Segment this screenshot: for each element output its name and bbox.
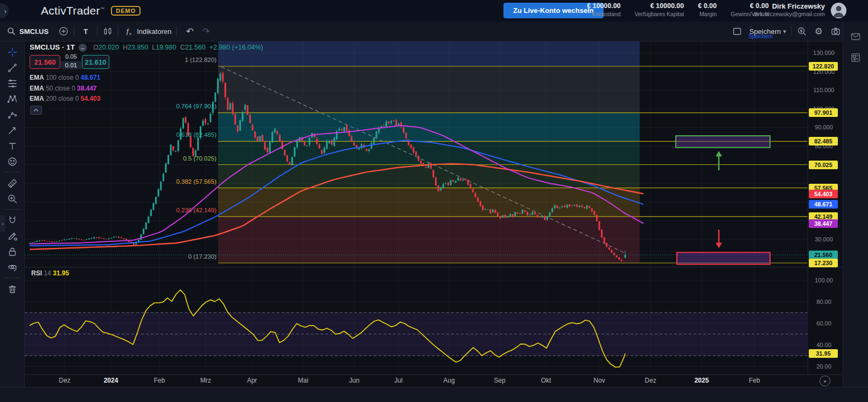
xabcd-pattern-icon [7, 94, 18, 105]
timeframe-button[interactable]: T [79, 27, 92, 36]
indicators-button[interactable]: ƒ x Indikatoren [123, 26, 171, 37]
fib-level-label: 0.618 (82.485) [146, 131, 216, 138]
quick-search-icon[interactable] [796, 26, 807, 37]
rsi-tick-label: 40.00 [809, 342, 839, 348]
divider [97, 26, 97, 37]
account-stat: € 10000.00Verfügbares Kapital [635, 2, 684, 17]
tool-ruler[interactable] [3, 175, 22, 191]
divider [4, 172, 20, 172]
plus-circle-icon [58, 26, 69, 37]
time-tick-label: Nov [593, 377, 605, 384]
gear-icon[interactable]: ⚙ [815, 26, 823, 37]
ema-legend-row[interactable]: EMA 200 close 0 54.403 [30, 95, 100, 102]
undo-button[interactable]: ↶ [181, 26, 198, 37]
price-badge: 54.403 [809, 190, 838, 198]
tool-trendline[interactable] [3, 60, 22, 75]
bottom-bar [0, 387, 868, 402]
user-name: Dirk Friczewsky [753, 2, 825, 10]
tool-forecast[interactable] [3, 107, 22, 122]
svg-text:x: x [129, 31, 131, 36]
go-to-realtime-button[interactable]: » [820, 376, 830, 386]
ohlc-values: O20.020H23.850L19.980C21.560+2.980 (+16.… [93, 44, 263, 51]
symbol-search[interactable]: SMCI.US [6, 26, 48, 36]
avatar[interactable] [831, 3, 846, 18]
drawing-tools-sidebar [0, 41, 25, 387]
symbol-name: SMCI.US [19, 27, 48, 36]
mail-icon[interactable] [850, 31, 862, 42]
tool-zoom-in[interactable] [3, 191, 22, 206]
double-chevron-icon: » [823, 378, 827, 385]
buy-button[interactable]: 21.610 [82, 55, 109, 69]
news-icon[interactable] [850, 52, 862, 64]
fib-level-label: 0 (17.230) [146, 253, 216, 260]
fib-level-label: 0.764 (97.901) [146, 103, 216, 109]
collapse-symbol-icon[interactable]: – [79, 44, 87, 52]
chevron-right-icon: › [4, 7, 6, 15]
divider [4, 209, 20, 210]
save-tooltip: Speichern [748, 33, 773, 39]
tool-draw-lock[interactable] [3, 228, 22, 244]
time-tick-label: Dez [59, 377, 70, 384]
time-tick-label: Mai [298, 377, 308, 384]
tool-arrow-marker[interactable] [3, 122, 22, 138]
rsi-badge: 31.95 [809, 349, 838, 358]
rsi-legend: RSI 14 31.95 [31, 269, 69, 277]
account-stats: € 10000.00Kontostand€ 10000.00Verfügbare… [587, 2, 769, 17]
rsi-tick-label: 20.00 [809, 363, 839, 370]
arrow-marker-icon [7, 125, 18, 136]
app-logo: ActivTrader™ [41, 4, 104, 17]
time-tick-label: Aug [443, 377, 454, 384]
price-tick-label: 30.000 [809, 236, 839, 242]
tool-crosshair[interactable] [3, 44, 22, 60]
hide-all-icon [7, 262, 18, 273]
lot-size-field[interactable]: 0.01 [61, 61, 81, 70]
chevron-down-icon[interactable]: ▾ [783, 28, 786, 35]
price-badge: 122.820 [809, 62, 838, 71]
ema-legend-row[interactable]: EMA 100 close 0 48.671 [30, 74, 100, 81]
ema-legend-row[interactable]: EMA 50 close 0 38.447 [30, 85, 97, 92]
camera-icon[interactable] [830, 26, 841, 37]
change-value: +2.980 (+16.04%) [209, 44, 263, 51]
tool-xabcd-pattern[interactable] [3, 91, 22, 107]
user-drawings [676, 136, 770, 265]
account-stat: € 0.00Margin [698, 2, 717, 17]
divider [791, 26, 792, 37]
tool-emoji[interactable] [3, 154, 22, 169]
time-tick-label: 2024 [104, 377, 118, 384]
watchlist-expand-tab[interactable]: › [0, 216, 5, 232]
time-tick-label: Okt [541, 377, 551, 384]
forecast-icon [7, 109, 18, 120]
redo-button[interactable]: ↷ [198, 26, 214, 37]
rsi-tick-label: 80.00 [809, 299, 839, 305]
price-chart-canvas[interactable] [0, 0, 868, 402]
tool-remove-all[interactable] [3, 281, 22, 296]
sell-button[interactable]: 21.560 [30, 55, 60, 69]
tool-lock-all[interactable] [3, 244, 22, 259]
ruler-icon [7, 178, 18, 189]
tool-text-tool[interactable] [3, 138, 22, 154]
chart-style-button[interactable] [102, 26, 113, 37]
chevron-up-icon [33, 108, 39, 112]
indicators-label: Indikatoren [137, 27, 171, 36]
header-expand-button[interactable]: › [0, 3, 9, 18]
person-icon [831, 3, 846, 18]
text-tool-icon [7, 141, 18, 151]
tool-hide-all[interactable] [3, 259, 22, 275]
add-symbol-button[interactable] [58, 26, 69, 37]
lock-all-icon [7, 246, 18, 257]
time-tick-label: Dez [645, 377, 656, 384]
time-tick-label: 2025 [695, 377, 709, 384]
draw-lock-icon [7, 231, 18, 241]
fib-level-label: 0.5 (70.025) [146, 155, 216, 162]
tool-magnet[interactable] [3, 212, 22, 228]
price-tick-label: 130.000 [809, 50, 839, 56]
trading-platform: › ActivTrader™ DEMO Zu Live-Konto wechse… [0, 0, 868, 402]
fib-level-label: 0.382 (57.565) [146, 178, 216, 185]
right-rail [843, 22, 868, 402]
tool-fib-lines[interactable] [3, 75, 22, 91]
layout-icon[interactable] [731, 26, 743, 37]
price-badge: 97.901 [809, 108, 838, 117]
legend-collapse-button[interactable] [30, 106, 42, 115]
divider [74, 26, 74, 37]
price-badge: 70.025 [809, 161, 838, 169]
